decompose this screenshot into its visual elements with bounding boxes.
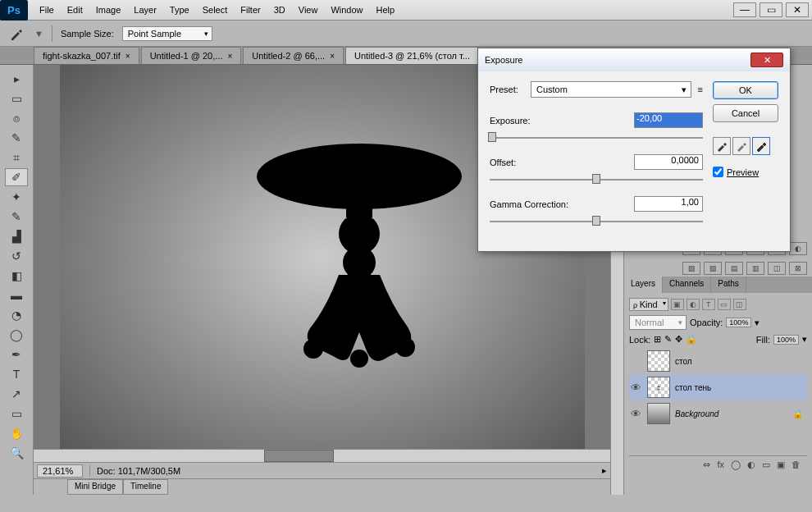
filter-adjust-icon[interactable]: ◐	[687, 299, 700, 310]
crop-tool[interactable]: ⌗	[5, 149, 28, 167]
adjustment-icon[interactable]: ◫	[768, 262, 786, 275]
menu-type[interactable]: Type	[163, 2, 196, 18]
menu-filter[interactable]: Filter	[234, 2, 267, 18]
layer-thumbnail[interactable]	[647, 403, 670, 424]
sample-size-select[interactable]: Point Sample	[122, 26, 212, 41]
new-layer-icon[interactable]: ▣	[777, 459, 785, 470]
lock-all-icon[interactable]: 🔒	[686, 334, 697, 345]
dodge-tool[interactable]: ◯	[5, 326, 28, 344]
filter-pixel-icon[interactable]: ▣	[671, 299, 684, 310]
adjustment-icon[interactable]: ▤	[725, 262, 743, 275]
visibility-toggle[interactable]: 👁	[629, 382, 642, 394]
gamma-slider[interactable]	[490, 215, 703, 228]
fill-field[interactable]: 100%	[773, 335, 799, 345]
eyedropper-white-icon[interactable]	[752, 137, 770, 155]
tab-close-icon[interactable]: ×	[125, 52, 130, 61]
path-tool[interactable]: ↗	[5, 385, 28, 403]
menu-layer[interactable]: Layer	[127, 2, 163, 18]
eyedropper-tool[interactable]: ✐	[5, 168, 28, 186]
paths-tab[interactable]: Paths	[711, 277, 746, 293]
adjustment-icon[interactable]: ▧	[704, 262, 722, 275]
lock-pixels-icon[interactable]: ✎	[664, 334, 672, 345]
tab-close-icon[interactable]: ×	[330, 52, 335, 61]
lock-transparent-icon[interactable]: ⊞	[654, 334, 661, 345]
ok-button[interactable]: OK	[713, 81, 778, 99]
pen-tool[interactable]: ✒	[5, 345, 28, 363]
quick-select-tool[interactable]: ✎	[5, 129, 28, 147]
document-tab[interactable]: fight-skazka_007.tif×	[34, 47, 139, 64]
brush-tool[interactable]: ✎	[5, 208, 28, 226]
dialog-title-bar[interactable]: Exposure ✕	[478, 48, 790, 71]
lasso-tool[interactable]: ⌾	[5, 109, 28, 127]
cancel-button[interactable]: Cancel	[713, 104, 778, 122]
filter-smart-icon[interactable]: ◫	[733, 299, 746, 310]
document-tab-active[interactable]: Untitled-3 @ 21,6% (стол т...	[345, 47, 479, 64]
layer-name[interactable]: Background	[675, 409, 787, 418]
current-tool-icon[interactable]	[7, 24, 26, 43]
layers-tab[interactable]: Layers	[624, 277, 663, 293]
filter-type-icon[interactable]: T	[702, 299, 715, 310]
adjustment-icon[interactable]: ▥	[746, 262, 764, 275]
blur-tool[interactable]: ◔	[5, 306, 28, 324]
fx-icon[interactable]: fx	[717, 459, 724, 470]
horizontal-scrollbar[interactable]	[34, 449, 610, 462]
document-tab[interactable]: Untitled-1 @ 20,...×	[141, 47, 242, 64]
exposure-input[interactable]: -20,00	[634, 112, 703, 128]
blend-mode-select[interactable]: Normal	[629, 315, 687, 330]
menu-help[interactable]: Help	[370, 2, 402, 18]
offset-slider[interactable]	[490, 173, 703, 186]
lock-position-icon[interactable]: ✥	[675, 334, 682, 345]
gradient-tool[interactable]: ▬	[5, 286, 28, 304]
adjustment-icon[interactable]: ▨	[682, 262, 700, 275]
layer-thumbnail[interactable]: ‡	[647, 377, 670, 398]
opacity-field[interactable]: 100%	[726, 318, 751, 327]
layer-row[interactable]: 👁 Background 🔒	[629, 401, 807, 426]
document-tab[interactable]: Untitled-2 @ 66,...×	[243, 47, 344, 64]
group-icon[interactable]: ▭	[762, 459, 770, 470]
maximize-button[interactable]: ▭	[760, 2, 782, 17]
stamp-tool[interactable]: ▟	[5, 227, 28, 245]
zoom-tool[interactable]: 🔍	[5, 444, 28, 462]
history-brush-tool[interactable]: ↺	[5, 247, 28, 265]
trash-icon[interactable]: 🗑	[791, 459, 801, 470]
adjustment-layer-icon[interactable]: ◐	[747, 459, 755, 470]
offset-input[interactable]: 0,0000	[634, 154, 703, 170]
zoom-field[interactable]: 21,61%	[37, 464, 83, 478]
dialog-close-button[interactable]: ✕	[750, 53, 783, 67]
marquee-tool[interactable]: ▭	[5, 89, 28, 107]
menu-3d[interactable]: 3D	[267, 2, 292, 18]
close-button[interactable]: ✕	[786, 2, 809, 17]
adjustment-icon[interactable]: ⊠	[789, 262, 807, 275]
link-layers-icon[interactable]: ⇔	[703, 459, 710, 470]
menu-edit[interactable]: Edit	[61, 2, 89, 18]
layer-name[interactable]: стол	[675, 357, 807, 366]
filter-shape-icon[interactable]: ▭	[718, 299, 731, 310]
timeline-tab[interactable]: Timeline	[123, 479, 168, 495]
hand-tool[interactable]: ✋	[5, 424, 28, 442]
menu-file[interactable]: File	[33, 2, 61, 18]
gamma-input[interactable]: 1,00	[634, 196, 703, 212]
menu-window[interactable]: Window	[324, 2, 369, 18]
menu-image[interactable]: Image	[89, 2, 128, 18]
layer-filter-kind[interactable]: ρ Kind	[629, 298, 668, 311]
menu-view[interactable]: View	[292, 2, 325, 18]
healing-tool[interactable]: ✦	[5, 188, 28, 206]
layer-row[interactable]: стол	[629, 349, 807, 373]
eyedropper-gray-icon[interactable]	[732, 137, 750, 155]
preset-select[interactable]: Custom	[531, 81, 691, 98]
mask-icon[interactable]: ◯	[731, 459, 741, 470]
shape-tool[interactable]: ▭	[5, 405, 28, 423]
minimize-button[interactable]: —	[733, 2, 756, 17]
eraser-tool[interactable]: ◧	[5, 267, 28, 285]
layer-row-selected[interactable]: 👁 ‡ стол тень	[629, 375, 807, 400]
channels-tab[interactable]: Channels	[663, 277, 711, 293]
move-tool[interactable]: ▸	[5, 70, 28, 88]
preset-menu-icon[interactable]: ≡	[698, 85, 703, 94]
layer-name[interactable]: стол тень	[675, 383, 807, 392]
tab-close-icon[interactable]: ×	[227, 52, 232, 61]
mini-bridge-tab[interactable]: Mini Bridge	[67, 479, 123, 495]
type-tool[interactable]: T	[5, 365, 28, 383]
visibility-toggle[interactable]: 👁	[629, 408, 642, 420]
menu-select[interactable]: Select	[196, 2, 235, 18]
eyedropper-black-icon[interactable]	[713, 137, 731, 155]
